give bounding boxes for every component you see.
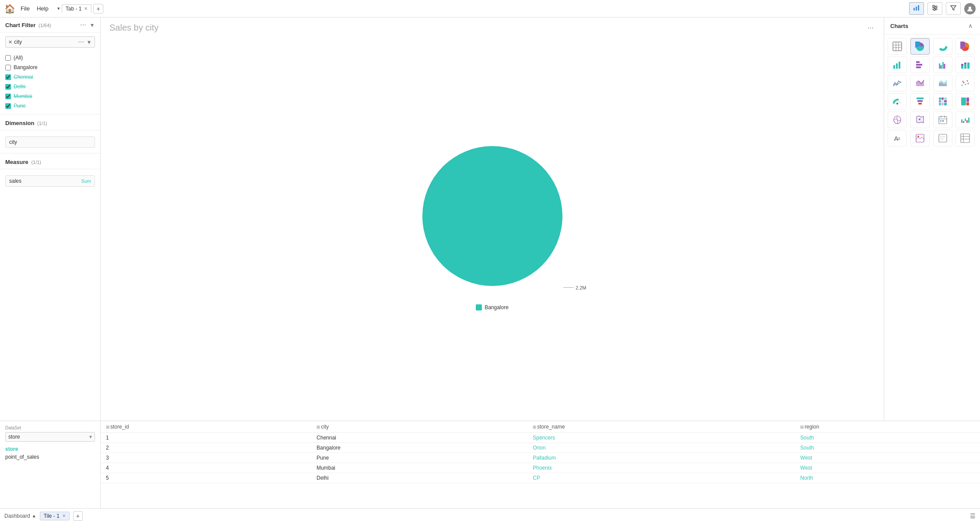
filter-sliders-btn[interactable] <box>927 2 942 15</box>
svg-rect-62 <box>961 119 962 123</box>
tab-1-close[interactable]: ✕ <box>84 6 88 11</box>
chart-type-bar-horizontal[interactable] <box>910 56 930 73</box>
chart-type-treemap[interactable] <box>955 93 975 110</box>
table-row: 1 Chennai Spencers South <box>101 433 980 443</box>
chart-type-scatter[interactable] <box>955 75 975 91</box>
svg-rect-26 <box>944 64 945 69</box>
svg-point-55 <box>919 119 920 120</box>
chart-type-table[interactable] <box>888 38 907 55</box>
chart-type-heatmap[interactable] <box>933 93 952 110</box>
pie-legend: Bangalore <box>476 304 509 310</box>
filter-tag-expand[interactable]: ▾ <box>86 38 92 46</box>
tab-1[interactable]: Tab - 1 ✕ <box>62 4 92 13</box>
chart-type-crosstab[interactable] <box>955 130 975 146</box>
filter-label-chennai: Chennai <box>14 74 33 80</box>
svg-rect-17 <box>893 65 895 69</box>
filter-checkbox-mumbai[interactable] <box>5 94 11 99</box>
tab-dropdown-btn[interactable]: ▾ <box>57 6 60 11</box>
menu-help[interactable]: Help <box>37 5 49 12</box>
svg-rect-50 <box>944 103 947 105</box>
chart-type-geo1[interactable] <box>888 112 907 128</box>
legend-color-bangalore <box>476 304 482 310</box>
filter-tag-more[interactable]: ⋯ <box>77 38 85 46</box>
filter-checkbox-chennai[interactable] <box>5 74 11 80</box>
filter-tag-remove[interactable]: ✕ <box>8 39 12 45</box>
chart-type-pie[interactable] <box>910 38 930 55</box>
add-tab-btn[interactable]: + <box>93 4 103 14</box>
table-list-item-store[interactable]: store <box>5 445 95 453</box>
chart-type-calendar[interactable] <box>933 112 952 128</box>
chart-type-kpi[interactable] <box>933 130 952 146</box>
chart-type-stacked-bar[interactable] <box>955 56 975 73</box>
chart-type-text[interactable]: Aa <box>888 130 907 146</box>
filter-item-mumbai[interactable]: Mumbai <box>5 91 95 101</box>
filter-item-pune[interactable]: Pune <box>5 101 95 111</box>
footer-menu-icon[interactable]: ☰ <box>970 513 976 520</box>
table-list: store point_of_sales <box>5 445 95 461</box>
filter-funnel-btn[interactable] <box>946 2 961 15</box>
chart-type-bar[interactable] <box>888 56 907 73</box>
filter-tag-label: city <box>14 39 75 45</box>
chart-type-grouped-bar[interactable] <box>933 56 952 73</box>
chart-type-image[interactable] <box>910 130 930 146</box>
filter-list: (All) Bangalore Chennai Delhi Mumbai Pun… <box>0 51 100 112</box>
bar-chart-btn[interactable] <box>909 2 924 15</box>
svg-text:a: a <box>898 136 900 141</box>
svg-rect-22 <box>916 66 921 68</box>
footer-tile-close[interactable]: ✕ <box>62 513 66 518</box>
filter-item-bangalore[interactable]: Bangalore <box>5 63 95 72</box>
user-avatar[interactable] <box>964 3 976 14</box>
dataset-select[interactable]: store ▾ <box>5 432 95 442</box>
chart-more-btn[interactable]: ⋯ <box>866 24 875 32</box>
chart-type-waterfall[interactable] <box>955 112 975 128</box>
chart-type-gauge[interactable] <box>888 93 907 110</box>
filter-label-mumbai: Mumbai <box>14 93 32 99</box>
measure-header: Measure (1/1) <box>0 155 100 169</box>
chart-filter-more-btn[interactable]: ⋯ <box>79 21 88 29</box>
cell-store-name: Spencers <box>527 433 795 443</box>
dataset-dropdown-icon: ▾ <box>89 434 92 440</box>
footer-expand-icon[interactable]: ▲ <box>32 513 36 518</box>
menu-file[interactable]: File <box>21 5 30 12</box>
cell-store-id: 5 <box>101 473 311 483</box>
svg-rect-29 <box>964 64 966 69</box>
chart-type-pie2[interactable] <box>955 38 975 55</box>
svg-rect-51 <box>961 98 966 105</box>
measure-section: sales Sum <box>0 169 100 190</box>
chart-filter-header: Chart Filter (1/64) ⋯ ▾ <box>0 17 100 33</box>
filter-item-delhi[interactable]: Delhi <box>5 82 95 91</box>
chart-type-area2[interactable] <box>933 75 952 91</box>
footer-right: ☰ <box>970 513 976 520</box>
svg-rect-18 <box>896 63 898 69</box>
legend-label-bangalore: Bangalore <box>485 304 509 310</box>
charts-panel-collapse[interactable]: ∧ <box>967 22 974 30</box>
chart-type-donut[interactable] <box>933 38 952 55</box>
cell-city: Bangalore <box>311 443 527 453</box>
footer-add-tile-btn[interactable]: + <box>73 511 83 521</box>
cell-city: Mumbai <box>311 463 527 473</box>
chart-type-area[interactable] <box>910 75 930 91</box>
filter-checkbox-bangalore[interactable] <box>5 65 11 70</box>
chart-type-line[interactable] <box>888 75 907 91</box>
chart-type-geo2[interactable] <box>910 112 930 128</box>
home-icon[interactable]: 🏠 <box>4 3 15 14</box>
filter-checkbox-delhi[interactable] <box>5 84 11 90</box>
pie-circle <box>422 146 562 286</box>
table-list-item-pos[interactable]: point_of_sales <box>5 453 95 461</box>
filter-item-chennai[interactable]: Chennai <box>5 72 95 82</box>
svg-rect-52 <box>966 98 969 102</box>
pie-label-line <box>563 287 574 288</box>
table-row: 2 Bangalore Orion South <box>101 443 980 453</box>
cell-store-name: Orion <box>527 443 795 453</box>
filter-checkbox-all[interactable] <box>5 55 11 61</box>
footer-tile-label: Tile - 1 <box>44 513 60 519</box>
footer-tile-tab[interactable]: Tile - 1 ✕ <box>40 512 70 520</box>
filter-checkbox-pune[interactable] <box>5 103 11 109</box>
chart-filter-actions: ⋯ ▾ <box>79 21 95 29</box>
chart-filter-collapse-btn[interactable]: ▾ <box>89 21 95 29</box>
chart-type-funnel[interactable] <box>910 93 930 110</box>
filter-item-all[interactable]: (All) <box>5 53 95 63</box>
svg-rect-31 <box>967 63 969 69</box>
svg-rect-45 <box>939 100 941 102</box>
svg-rect-41 <box>918 103 922 105</box>
